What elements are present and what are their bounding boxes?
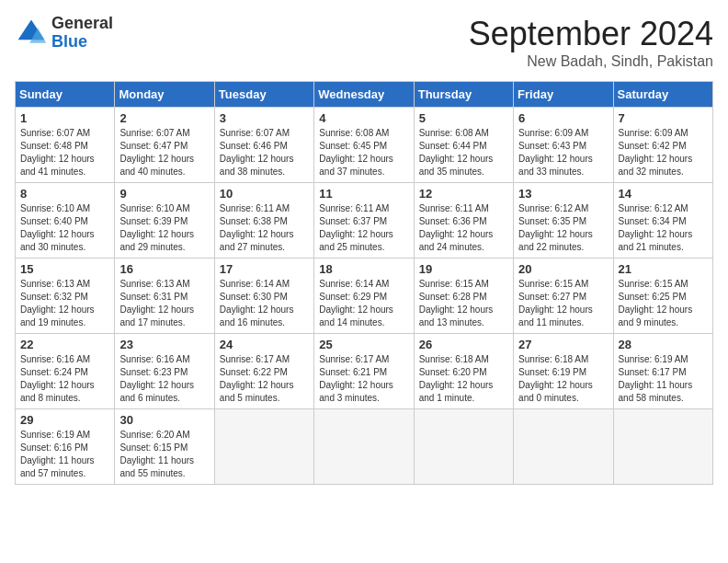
table-row: 28Sunrise: 6:19 AM Sunset: 6:17 PM Dayli… <box>613 334 712 409</box>
table-row: 3Sunrise: 6:07 AM Sunset: 6:46 PM Daylig… <box>214 108 313 183</box>
day-info: Sunrise: 6:07 AM Sunset: 6:47 PM Dayligh… <box>119 127 209 178</box>
calendar-row: 29Sunrise: 6:19 AM Sunset: 6:16 PM Dayli… <box>16 409 713 485</box>
day-info: Sunrise: 6:15 AM Sunset: 6:25 PM Dayligh… <box>619 278 708 329</box>
table-row: 24Sunrise: 6:17 AM Sunset: 6:22 PM Dayli… <box>214 334 313 409</box>
table-row: 29Sunrise: 6:19 AM Sunset: 6:16 PM Dayli… <box>16 409 115 485</box>
table-row: 13Sunrise: 6:12 AM Sunset: 6:35 PM Dayli… <box>514 183 613 259</box>
day-number: 8 <box>20 187 109 201</box>
day-info: Sunrise: 6:16 AM Sunset: 6:23 PM Dayligh… <box>119 353 209 405</box>
table-row: 15Sunrise: 6:13 AM Sunset: 6:32 PM Dayli… <box>16 259 115 334</box>
day-info: Sunrise: 6:11 AM Sunset: 6:37 PM Dayligh… <box>319 202 408 254</box>
logo-icon <box>15 17 48 50</box>
day-number: 16 <box>119 262 209 276</box>
day-info: Sunrise: 6:19 AM Sunset: 6:16 PM Dayligh… <box>20 429 109 480</box>
table-row: 7Sunrise: 6:09 AM Sunset: 6:42 PM Daylig… <box>613 108 712 183</box>
table-row: 17Sunrise: 6:14 AM Sunset: 6:30 PM Dayli… <box>214 259 313 334</box>
table-row: 20Sunrise: 6:15 AM Sunset: 6:27 PM Dayli… <box>514 259 613 334</box>
day-number: 6 <box>518 111 608 125</box>
month-title: September 2024 <box>469 15 713 53</box>
col-friday: Friday <box>514 82 613 108</box>
day-info: Sunrise: 6:11 AM Sunset: 6:36 PM Dayligh… <box>419 202 508 254</box>
day-number: 7 <box>619 111 708 125</box>
table-row: 16Sunrise: 6:13 AM Sunset: 6:31 PM Dayli… <box>115 259 214 334</box>
logo-text: General Blue <box>51 15 113 52</box>
day-info: Sunrise: 6:17 AM Sunset: 6:22 PM Dayligh… <box>220 353 309 405</box>
table-row: 4Sunrise: 6:08 AM Sunset: 6:45 PM Daylig… <box>314 108 414 183</box>
table-row: 12Sunrise: 6:11 AM Sunset: 6:36 PM Dayli… <box>414 183 513 259</box>
day-info: Sunrise: 6:09 AM Sunset: 6:43 PM Dayligh… <box>518 127 608 178</box>
day-number: 24 <box>220 338 309 351</box>
table-row: 21Sunrise: 6:15 AM Sunset: 6:25 PM Dayli… <box>613 259 712 334</box>
calendar-table: Sunday Monday Tuesday Wednesday Thursday… <box>15 81 713 485</box>
table-row: 14Sunrise: 6:12 AM Sunset: 6:34 PM Dayli… <box>613 183 712 259</box>
day-number: 29 <box>20 413 109 427</box>
day-number: 20 <box>518 262 608 276</box>
day-number: 14 <box>619 187 708 201</box>
day-info: Sunrise: 6:18 AM Sunset: 6:20 PM Dayligh… <box>419 353 508 405</box>
day-info: Sunrise: 6:20 AM Sunset: 6:15 PM Dayligh… <box>119 429 209 480</box>
col-thursday: Thursday <box>414 82 513 108</box>
day-info: Sunrise: 6:15 AM Sunset: 6:28 PM Dayligh… <box>419 278 508 329</box>
table-row: 11Sunrise: 6:11 AM Sunset: 6:37 PM Dayli… <box>314 183 414 259</box>
day-info: Sunrise: 6:18 AM Sunset: 6:19 PM Dayligh… <box>518 353 608 405</box>
day-info: Sunrise: 6:16 AM Sunset: 6:24 PM Dayligh… <box>20 353 109 405</box>
col-wednesday: Wednesday <box>314 82 414 108</box>
day-number: 26 <box>419 338 508 351</box>
table-row: 30Sunrise: 6:20 AM Sunset: 6:15 PM Dayli… <box>115 409 214 485</box>
table-row: 6Sunrise: 6:09 AM Sunset: 6:43 PM Daylig… <box>514 108 613 183</box>
day-number: 2 <box>119 111 209 125</box>
day-info: Sunrise: 6:07 AM Sunset: 6:46 PM Dayligh… <box>220 127 309 178</box>
day-number: 22 <box>20 338 109 351</box>
header-row: Sunday Monday Tuesday Wednesday Thursday… <box>16 82 713 108</box>
table-row <box>314 409 414 485</box>
calendar-row: 22Sunrise: 6:16 AM Sunset: 6:24 PM Dayli… <box>16 334 713 409</box>
day-info: Sunrise: 6:10 AM Sunset: 6:39 PM Dayligh… <box>119 202 209 254</box>
day-number: 1 <box>20 111 109 125</box>
day-number: 30 <box>119 413 209 427</box>
day-number: 5 <box>419 111 508 125</box>
day-info: Sunrise: 6:15 AM Sunset: 6:27 PM Dayligh… <box>518 278 608 329</box>
table-row: 23Sunrise: 6:16 AM Sunset: 6:23 PM Dayli… <box>115 334 214 409</box>
day-number: 19 <box>419 262 508 276</box>
day-info: Sunrise: 6:14 AM Sunset: 6:29 PM Dayligh… <box>319 278 408 329</box>
day-info: Sunrise: 6:13 AM Sunset: 6:31 PM Dayligh… <box>119 278 209 329</box>
table-row <box>514 409 613 485</box>
table-row <box>613 409 712 485</box>
table-row: 1Sunrise: 6:07 AM Sunset: 6:48 PM Daylig… <box>16 108 115 183</box>
table-row: 18Sunrise: 6:14 AM Sunset: 6:29 PM Dayli… <box>314 259 414 334</box>
col-monday: Monday <box>115 82 214 108</box>
table-row: 2Sunrise: 6:07 AM Sunset: 6:47 PM Daylig… <box>115 108 214 183</box>
day-number: 3 <box>220 111 309 125</box>
table-row: 27Sunrise: 6:18 AM Sunset: 6:19 PM Dayli… <box>514 334 613 409</box>
table-row: 26Sunrise: 6:18 AM Sunset: 6:20 PM Dayli… <box>414 334 513 409</box>
day-number: 21 <box>619 262 708 276</box>
day-info: Sunrise: 6:14 AM Sunset: 6:30 PM Dayligh… <box>220 278 309 329</box>
col-sunday: Sunday <box>16 82 115 108</box>
page-header: General Blue September 2024 New Badah, S… <box>15 15 713 70</box>
logo: General Blue <box>15 15 113 52</box>
table-row: 19Sunrise: 6:15 AM Sunset: 6:28 PM Dayli… <box>414 259 513 334</box>
day-info: Sunrise: 6:09 AM Sunset: 6:42 PM Dayligh… <box>619 127 708 178</box>
day-number: 27 <box>518 338 608 351</box>
day-number: 17 <box>220 262 309 276</box>
table-row: 22Sunrise: 6:16 AM Sunset: 6:24 PM Dayli… <box>16 334 115 409</box>
calendar-row: 8Sunrise: 6:10 AM Sunset: 6:40 PM Daylig… <box>16 183 713 259</box>
title-block: September 2024 New Badah, Sindh, Pakista… <box>469 15 713 70</box>
day-number: 28 <box>619 338 708 351</box>
table-row: 5Sunrise: 6:08 AM Sunset: 6:44 PM Daylig… <box>414 108 513 183</box>
day-number: 10 <box>220 187 309 201</box>
day-info: Sunrise: 6:17 AM Sunset: 6:21 PM Dayligh… <box>319 353 408 405</box>
day-info: Sunrise: 6:08 AM Sunset: 6:44 PM Dayligh… <box>419 127 508 178</box>
col-tuesday: Tuesday <box>214 82 313 108</box>
day-info: Sunrise: 6:12 AM Sunset: 6:34 PM Dayligh… <box>619 202 708 254</box>
day-info: Sunrise: 6:19 AM Sunset: 6:17 PM Dayligh… <box>619 353 708 405</box>
day-info: Sunrise: 6:11 AM Sunset: 6:38 PM Dayligh… <box>220 202 309 254</box>
day-number: 23 <box>119 338 209 351</box>
day-number: 11 <box>319 187 408 201</box>
table-row: 10Sunrise: 6:11 AM Sunset: 6:38 PM Dayli… <box>214 183 313 259</box>
col-saturday: Saturday <box>613 82 712 108</box>
day-number: 25 <box>319 338 408 351</box>
calendar-row: 15Sunrise: 6:13 AM Sunset: 6:32 PM Dayli… <box>16 259 713 334</box>
day-number: 18 <box>319 262 408 276</box>
day-number: 12 <box>419 187 508 201</box>
